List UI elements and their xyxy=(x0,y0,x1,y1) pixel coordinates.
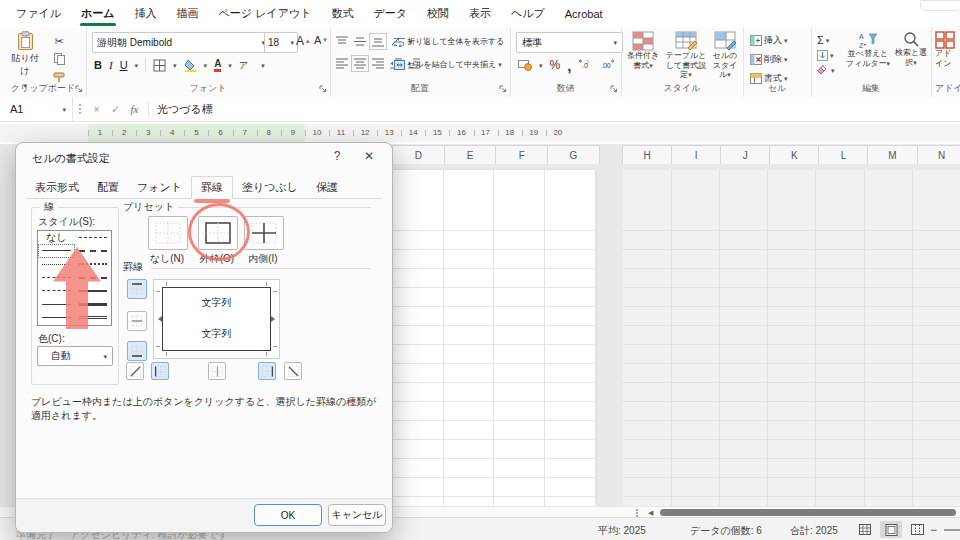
menu-tab-page-layout[interactable]: ページ レイアウト xyxy=(209,0,322,27)
borders-button[interactable] xyxy=(153,59,166,72)
number-format-select[interactable]: 標準 ▾ xyxy=(516,32,623,53)
menu-tab-formulas[interactable]: 数式 xyxy=(321,0,363,27)
column-header[interactable]: F xyxy=(495,145,548,165)
normal-view-button[interactable] xyxy=(854,521,876,538)
dialog-help-button[interactable]: ? xyxy=(326,149,348,163)
column-header[interactable]: L xyxy=(818,145,868,165)
comma-style-button[interactable]: , xyxy=(567,61,571,70)
page-layout-view-button[interactable] xyxy=(880,521,902,538)
decrease-font-size-button[interactable]: A▾ xyxy=(314,34,327,46)
align-center-icon[interactable] xyxy=(354,58,366,69)
cancel-entry-button[interactable]: × xyxy=(87,103,106,115)
line-style-dash-dot-dot[interactable] xyxy=(75,231,112,244)
cancel-button[interactable]: キャンセル xyxy=(328,504,386,526)
font-color-button[interactable]: A xyxy=(214,59,221,72)
sort-filter-button[interactable]: AZ 並べ替えとフィルター▾ xyxy=(845,31,891,68)
conditional-formatting-button[interactable]: 条件付き書式▾ xyxy=(623,31,663,70)
column-header[interactable]: N xyxy=(917,145,960,165)
formula-input[interactable]: 光つづる標 xyxy=(157,102,213,117)
tab-font[interactable]: フォント xyxy=(128,177,191,198)
page-1-grid[interactable] xyxy=(382,170,595,506)
font-dialog-launcher[interactable] xyxy=(319,85,327,93)
name-box[interactable]: A1 ▾ xyxy=(0,97,73,121)
enter-entry-button[interactable]: ✓ xyxy=(106,103,125,116)
border-preview[interactable]: 文字列 文字列 xyxy=(153,279,280,359)
cut-button[interactable]: ✂ xyxy=(52,34,66,48)
menu-tab-view[interactable]: 表示 xyxy=(459,0,501,27)
find-select-button[interactable]: 検索と選択▾ xyxy=(893,31,929,67)
align-left-icon[interactable] xyxy=(336,58,348,69)
scroll-left-arrow-icon[interactable]: ◀ xyxy=(648,509,653,517)
border-right-button[interactable] xyxy=(258,362,276,380)
decrease-decimal-button[interactable]: .00 xyxy=(600,59,615,71)
menu-tab-draw[interactable]: 描画 xyxy=(167,0,209,27)
border-left-button[interactable] xyxy=(151,362,169,380)
align-top-icon[interactable] xyxy=(336,36,348,47)
menu-tab-insert[interactable]: 挿入 xyxy=(125,0,167,27)
underline-button[interactable]: U xyxy=(120,59,128,71)
tab-protection[interactable]: 保護 xyxy=(307,177,347,198)
insert-function-button[interactable]: fx xyxy=(125,103,144,115)
format-as-table-button[interactable]: テーブルとして書式設定▾ xyxy=(663,31,709,80)
page-2-grid[interactable] xyxy=(623,170,960,506)
page-break-preview-button[interactable] xyxy=(906,521,928,538)
border-bottom-button[interactable] xyxy=(127,341,147,361)
scrollbar-thumb[interactable] xyxy=(660,509,956,516)
italic-button[interactable]: I xyxy=(109,59,113,71)
dialog-close-button[interactable]: ✕ xyxy=(358,149,380,163)
preset-none-button[interactable] xyxy=(148,216,188,250)
font-size-select[interactable]: 18 ▾ xyxy=(264,32,298,53)
align-middle-icon[interactable] xyxy=(354,36,366,47)
menu-tab-acrobat[interactable]: Acrobat xyxy=(555,0,613,27)
tab-border[interactable]: 罫線 xyxy=(191,176,233,199)
clipboard-dialog-launcher[interactable] xyxy=(75,85,83,93)
font-name-select[interactable]: 游明朝 Demibold ▾ xyxy=(92,32,270,53)
number-dialog-launcher[interactable] xyxy=(610,85,618,93)
menu-tab-file[interactable]: ファイル xyxy=(6,0,71,27)
column-header[interactable]: K xyxy=(769,145,819,165)
increase-font-size-button[interactable]: A▴ xyxy=(296,34,310,48)
scrollbar-splitter-handle[interactable] xyxy=(636,509,638,511)
border-diagonal-down-button[interactable] xyxy=(284,362,302,380)
percent-style-button[interactable]: % xyxy=(550,58,561,72)
menu-tab-review[interactable]: 校閲 xyxy=(417,0,459,27)
ok-button[interactable]: OK xyxy=(254,504,322,526)
align-bottom-icon[interactable] xyxy=(372,36,384,47)
column-header[interactable]: J xyxy=(720,145,770,165)
border-diagonal-up-button[interactable] xyxy=(126,362,144,380)
increase-decimal-button[interactable]: .00 xyxy=(578,59,593,71)
alignment-dialog-launcher[interactable] xyxy=(499,85,507,93)
fill-color-button[interactable] xyxy=(184,59,197,72)
column-header[interactable]: E xyxy=(444,145,497,165)
bold-button[interactable]: B xyxy=(94,59,102,71)
cell-styles-button[interactable]: セルのスタイル▾ xyxy=(709,31,741,80)
addins-button[interactable]: アドイン xyxy=(935,31,960,68)
column-header[interactable]: G xyxy=(547,145,600,165)
menu-tab-help[interactable]: ヘルプ xyxy=(501,0,555,27)
tab-fill[interactable]: 塗りつぶし xyxy=(233,177,307,198)
line-style-thin-selected[interactable] xyxy=(38,244,75,257)
column-header[interactable]: I xyxy=(671,145,721,165)
color-select[interactable]: 自動 ▾ xyxy=(37,346,113,366)
delete-cells-button[interactable]: 削除 ▾ xyxy=(750,53,788,66)
zoom-out-button[interactable]: − xyxy=(930,523,937,537)
column-header[interactable]: D xyxy=(392,145,445,165)
phonetic-guide-button[interactable]: ア゠ xyxy=(239,59,254,72)
menu-tab-home[interactable]: ホーム xyxy=(71,0,125,27)
wrap-text-button[interactable]: 折り返して全体を表示する xyxy=(394,36,504,47)
line-style-none[interactable]: なし xyxy=(38,231,75,244)
clear-button[interactable]: ▾ xyxy=(817,65,835,75)
tab-number-format[interactable]: 表示形式 xyxy=(26,177,88,198)
insert-cells-button[interactable]: 挿入 ▾ xyxy=(750,34,788,47)
column-header[interactable]: H xyxy=(622,145,672,165)
border-inner-vertical-button[interactable] xyxy=(208,362,226,380)
formula-bar-resize-handle[interactable] xyxy=(79,108,81,110)
align-right-icon[interactable] xyxy=(372,58,384,69)
zoom-slider[interactable] xyxy=(944,529,960,531)
column-header[interactable]: M xyxy=(867,145,917,165)
tab-alignment[interactable]: 配置 xyxy=(88,177,128,198)
accounting-format-button[interactable] xyxy=(518,59,532,71)
copy-button[interactable] xyxy=(52,52,66,66)
menu-tab-data[interactable]: データ xyxy=(363,0,417,27)
fill-button[interactable]: ▾ xyxy=(817,50,835,61)
